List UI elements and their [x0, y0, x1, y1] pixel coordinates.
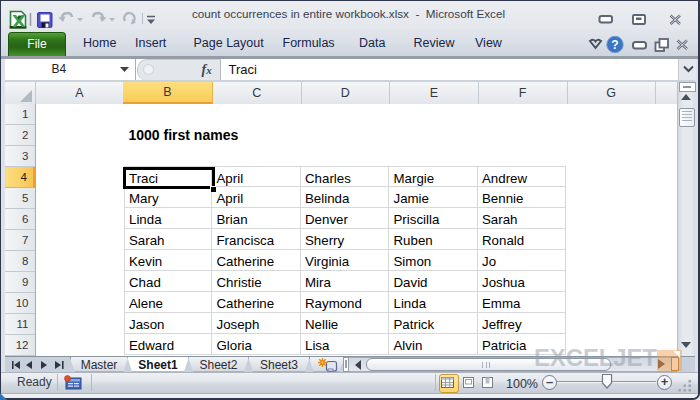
svg-text:?: ?	[611, 38, 618, 52]
